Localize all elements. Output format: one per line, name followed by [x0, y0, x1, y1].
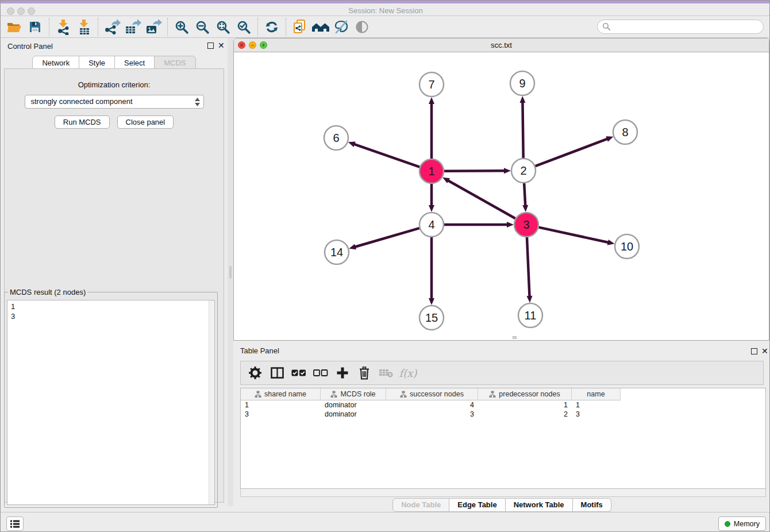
node-table[interactable]: shared nameMCDS rolesuccessor nodesprede…: [240, 388, 766, 489]
graph-edge-2-8[interactable]: [536, 139, 608, 167]
home-icon[interactable]: [310, 17, 331, 37]
canvas-resize-grip[interactable]: [513, 336, 517, 339]
delete-table-icon: [376, 363, 396, 383]
search-input[interactable]: [614, 22, 759, 31]
graph-node-label-9: 9: [519, 77, 525, 90]
cell-predecessor-nodes[interactable]: 2: [478, 410, 572, 419]
control-panel-header: Control Panel ✕: [1, 38, 228, 54]
search-icon: [602, 22, 611, 31]
export-network-icon[interactable]: [102, 17, 122, 37]
zoom-in-icon[interactable]: [171, 17, 192, 37]
float-panel-icon[interactable]: [207, 43, 214, 49]
splitter-grip[interactable]: [229, 266, 232, 279]
table-horizontal-scrollbar[interactable]: [240, 489, 766, 497]
table-row-2[interactable]: 3dominator323: [241, 410, 765, 419]
graph-node-label-14: 14: [330, 246, 343, 259]
graph-node-label-2: 2: [520, 164, 526, 177]
cell-MCDS-role[interactable]: dominator: [321, 410, 386, 419]
column-header-successor-nodes[interactable]: successor nodes: [386, 388, 478, 400]
mcds-result-fieldset: MCDS result (2 nodes) 13: [4, 288, 218, 508]
control-panel-title: Control Panel: [7, 42, 53, 51]
column-header-predecessor-nodes[interactable]: predecessor nodes: [478, 388, 572, 400]
zoom-out-icon[interactable]: [192, 17, 213, 37]
cell-shared-name[interactable]: 1: [241, 400, 321, 410]
graph-edge-4-14[interactable]: [355, 228, 419, 247]
toolbar-separator: [257, 18, 258, 36]
graph-edge-3-10[interactable]: [538, 228, 608, 242]
table-panel: Table Panel ✕: [233, 344, 770, 512]
add-column-plus-icon[interactable]: [333, 363, 352, 383]
search-box[interactable]: [597, 20, 764, 34]
zoom-fit-icon[interactable]: [213, 17, 233, 37]
graph-edge-1-2[interactable]: [444, 171, 505, 171]
cell-successor-nodes[interactable]: 4: [386, 400, 478, 410]
close-panel-button[interactable]: Close panel: [117, 115, 174, 129]
cell-name[interactable]: 1: [572, 400, 621, 410]
graphics-details-icon[interactable]: [331, 17, 352, 37]
duplicate-network-icon[interactable]: [290, 17, 310, 37]
graph-edge-1-6[interactable]: [354, 144, 419, 167]
column-hierarchy-icon: [400, 391, 407, 398]
cell-predecessor-nodes[interactable]: 1: [478, 400, 572, 410]
status-bar: Memory: [1, 512, 770, 532]
tab-motifs[interactable]: Motifs: [573, 498, 611, 512]
toolbar-separator: [49, 18, 49, 36]
cell-shared-name[interactable]: 3: [241, 410, 321, 419]
column-header-shared-name[interactable]: shared name: [241, 388, 321, 400]
zoom-selected-icon[interactable]: [233, 17, 254, 37]
control-panel: Control Panel ✕ NetworkStyleSelectMCDS O…: [1, 38, 228, 506]
refresh-icon[interactable]: [261, 17, 282, 37]
graph-edge-2-9[interactable]: [522, 102, 523, 158]
open-session-icon[interactable]: [4, 17, 25, 37]
delete-trash-icon[interactable]: [355, 363, 374, 383]
table-toolbar: f(x): [240, 361, 764, 385]
tab-edge-table[interactable]: Edge Table: [449, 498, 505, 512]
import-table-icon[interactable]: [74, 17, 94, 37]
column-header-label: predecessor nodes: [499, 390, 560, 398]
column-header-name[interactable]: name: [572, 388, 621, 400]
toolbar-separator: [286, 18, 286, 36]
run-mcds-button[interactable]: Run MCDS: [55, 115, 110, 129]
mcds-result-list[interactable]: 13: [7, 300, 215, 505]
table-row-1[interactable]: 1dominator411: [241, 400, 765, 410]
graph-node-label-11: 11: [525, 309, 537, 322]
result-scrollbar[interactable]: [209, 300, 214, 504]
export-table-icon[interactable]: [122, 17, 143, 37]
export-image-icon[interactable]: [143, 17, 164, 37]
cell-successor-nodes[interactable]: 3: [386, 410, 478, 419]
graph-node-label-1: 1: [428, 165, 434, 178]
import-network-icon[interactable]: [53, 17, 74, 37]
table-settings-gear-icon[interactable]: [245, 363, 265, 383]
graph-edge-2-3[interactable]: [524, 183, 525, 206]
column-header-MCDS-role[interactable]: MCDS role: [321, 388, 386, 400]
tab-network-table[interactable]: Network Table: [506, 498, 573, 512]
column-hierarchy-icon: [489, 391, 496, 398]
memory-label: Memory: [734, 520, 760, 528]
toolbar-separator: [167, 18, 168, 36]
graph-node-label-3: 3: [523, 218, 529, 231]
network-window-titlebar: ✕ − + scc.txt: [234, 38, 769, 52]
application-window: Session: New Session: [0, 0, 770, 532]
deselect-all-icon[interactable]: [311, 363, 330, 383]
dropdown-stepper-icon: [194, 97, 201, 107]
cell-name[interactable]: 3: [572, 410, 621, 419]
function-builder-icon: f(x): [398, 363, 418, 383]
column-panel-icon[interactable]: [267, 363, 287, 383]
select-all-icon[interactable]: [289, 363, 309, 383]
tab-node-table[interactable]: Node Table: [392, 498, 449, 512]
column-header-label: shared name: [264, 390, 306, 398]
close-panel-icon[interactable]: ✕: [218, 41, 225, 50]
graph-edge-3-11[interactable]: [527, 237, 530, 296]
criterion-dropdown[interactable]: strongly connected component: [25, 95, 204, 109]
save-session-icon[interactable]: [25, 17, 45, 37]
main-titlebar: Session: New Session: [1, 3, 770, 16]
network-window-title: scc.txt: [234, 41, 769, 49]
network-canvas[interactable]: 1234678910111415: [234, 52, 769, 340]
mcds-result-node: 1: [11, 302, 214, 311]
task-history-list-icon[interactable]: [6, 516, 24, 531]
cell-MCDS-role[interactable]: dominator: [321, 400, 386, 410]
graph-edge-3-1[interactable]: [448, 180, 515, 218]
memory-button[interactable]: Memory: [718, 516, 766, 531]
float-panel-icon[interactable]: [751, 348, 757, 354]
close-panel-icon[interactable]: ✕: [761, 346, 768, 356]
